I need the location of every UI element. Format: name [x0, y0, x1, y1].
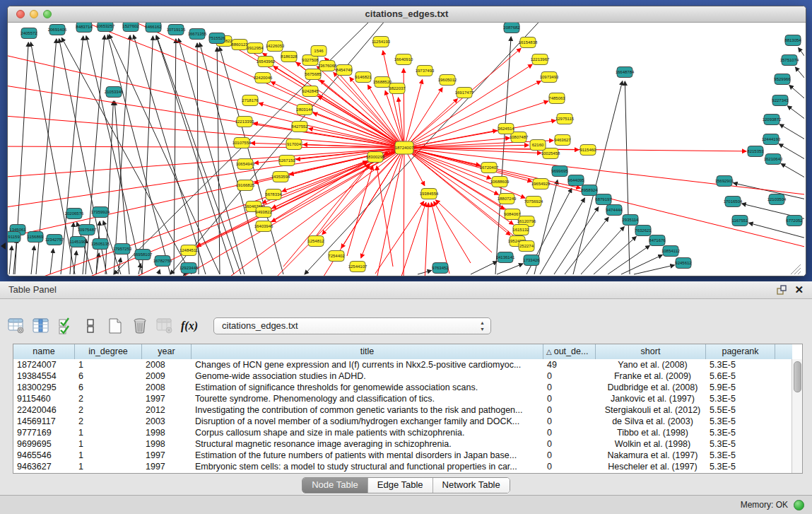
network-node[interactable]: 6466162: [145, 23, 162, 33]
network-node[interactable]: 15692901: [715, 176, 734, 187]
network-node[interactable]: 8215353: [747, 146, 764, 157]
network-node[interactable]: 5678334: [265, 189, 282, 200]
network-node[interactable]: 9227343: [772, 95, 789, 106]
network-node[interactable]: 2718176: [242, 95, 259, 106]
table-row[interactable]: 1872400712008Changes of HCN gene express…: [13, 359, 792, 370]
network-node[interactable]: 12975115: [555, 114, 575, 124]
network-node[interactable]: 8813054: [784, 35, 801, 46]
network-node[interactable]: 12484511: [180, 245, 199, 256]
network-canvas[interactable]: 1872400776638228860123391295414226053818…: [8, 23, 804, 276]
network-node[interactable]: 16210643: [764, 154, 783, 165]
table-row[interactable]: 977716911998Corpus callosum shape and si…: [13, 427, 792, 438]
network-node[interactable]: 11254193: [372, 37, 391, 47]
network-node[interactable]: 9699695: [551, 166, 568, 177]
network-node[interactable]: 16543962: [257, 57, 276, 67]
network-node[interactable]: 62160: [530, 140, 546, 151]
network-node[interactable]: 12444193: [762, 134, 781, 145]
column-header-name[interactable]: name: [13, 344, 75, 359]
network-node[interactable]: 7515526: [208, 33, 225, 44]
network-node[interactable]: 16403946: [254, 221, 273, 232]
network-node[interactable]: 1167551: [732, 216, 749, 226]
network-node[interactable]: 9763452: [432, 263, 449, 274]
network-node[interactable]: 9146821: [355, 72, 372, 83]
network-node[interactable]: 2935114: [623, 215, 640, 226]
network-node[interactable]: 10973493: [540, 72, 559, 83]
network-node[interactable]: 70756924: [524, 197, 543, 207]
column-header-in_degree[interactable]: in_degree: [75, 344, 142, 359]
network-node[interactable]: 13505135: [91, 239, 110, 250]
network-node[interactable]: 6772052: [786, 216, 803, 226]
network-node[interactable]: 18807249: [498, 194, 517, 204]
network-node[interactable]: 12342757: [45, 235, 64, 245]
network-node[interactable]: 9474444: [606, 205, 623, 216]
new-column-button[interactable]: [106, 317, 124, 335]
network-node[interactable]: 12213393: [235, 117, 254, 127]
table-row[interactable]: 1456911722003Disruption of a novel membe…: [13, 416, 792, 427]
network-node[interactable]: 9644095: [567, 175, 584, 186]
network-node[interactable]: 14136141: [496, 252, 515, 263]
network-node[interactable]: 5675685: [305, 69, 322, 80]
network-node[interactable]: 252274: [519, 241, 534, 252]
network-node[interactable]: 20691406: [48, 25, 67, 35]
network-node[interactable]: 18300295: [366, 152, 385, 163]
network-node[interactable]: 19166825: [236, 180, 255, 191]
column-header-pagerank[interactable]: pagerank: [706, 344, 775, 359]
network-node[interactable]: 10688609: [490, 177, 510, 187]
table-row[interactable]: 1830029562008Estimation of significance …: [13, 382, 792, 393]
network-node[interactable]: 8958924: [581, 185, 598, 196]
network-node[interactable]: 19384554: [420, 189, 439, 199]
network-node[interactable]: 17359924: [91, 207, 110, 218]
table-row[interactable]: 946554611997Estimation of the future num…: [13, 450, 792, 461]
network-node[interactable]: 10719135: [167, 25, 186, 35]
column-header-title[interactable]: title: [192, 344, 543, 359]
network-node[interactable]: 7485063: [548, 93, 565, 104]
network-node[interactable]: 1527602: [122, 23, 139, 32]
network-node[interactable]: 1546: [311, 46, 326, 57]
network-node[interactable]: 16671355: [188, 29, 207, 40]
scrollbar-thumb[interactable]: [794, 361, 801, 392]
network-node[interactable]: 2405572: [20, 28, 37, 39]
network-node[interactable]: 2803144: [296, 105, 313, 115]
network-node[interactable]: 1156869: [28, 232, 45, 243]
network-node[interactable]: 10107554: [233, 138, 252, 148]
network-node[interactable]: 6879197: [595, 194, 612, 205]
network-node[interactable]: 17957253: [113, 244, 132, 255]
network-node[interactable]: 16917477: [455, 88, 474, 98]
network-node[interactable]: 12103504: [767, 194, 787, 205]
table-vertical-scrollbar[interactable]: [792, 359, 802, 473]
network-node[interactable]: 16782759: [153, 256, 172, 267]
network-node[interactable]: 12923448: [180, 263, 199, 274]
network-node[interactable]: 14226053: [266, 41, 285, 52]
network-node[interactable]: 16648784: [616, 67, 635, 78]
network-node[interactable]: 917004: [286, 139, 302, 150]
network-node[interactable]: 21053346: [105, 87, 124, 98]
network-node[interactable]: 14353594: [271, 172, 290, 182]
function-builder-button[interactable]: f(x): [180, 317, 199, 335]
column-header-out_de[interactable]: △out_de...: [543, 344, 596, 359]
network-node[interactable]: 10975487: [78, 225, 97, 235]
select-columns-button[interactable]: [57, 317, 75, 335]
network-node[interactable]: 8186328: [281, 52, 298, 62]
network-node[interactable]: 16720407: [480, 163, 499, 173]
table-row[interactable]: 946362711997Embryonic stem cells: a mode…: [13, 461, 792, 472]
network-node[interactable]: 8860123: [231, 40, 248, 50]
network-node[interactable]: 18724007: [395, 141, 414, 154]
network-node[interactable]: 5267150: [278, 156, 295, 166]
network-node[interactable]: 19654923: [531, 179, 551, 189]
network-node[interactable]: 16958107: [134, 250, 153, 260]
tab-node-table[interactable]: Node Table: [302, 478, 367, 493]
network-node[interactable]: 20206576: [65, 209, 84, 219]
network-node[interactable]: 2087682: [503, 23, 520, 33]
network-node[interactable]: 8454749: [336, 65, 353, 76]
network-node[interactable]: 7254402: [328, 251, 345, 262]
network-node[interactable]: 9493822: [255, 207, 272, 218]
table-mode-button[interactable]: [7, 317, 25, 335]
network-node[interactable]: 16154838: [519, 37, 538, 48]
network-node[interactable]: 1733426: [523, 255, 540, 266]
column-header-short[interactable]: short: [596, 344, 706, 359]
network-node[interactable]: 1254812: [307, 236, 324, 247]
show-column-button[interactable]: [32, 317, 50, 335]
network-node[interactable]: 3822037: [389, 83, 406, 94]
row-height-button[interactable]: [81, 317, 100, 335]
network-node[interactable]: 8471676: [649, 235, 666, 246]
